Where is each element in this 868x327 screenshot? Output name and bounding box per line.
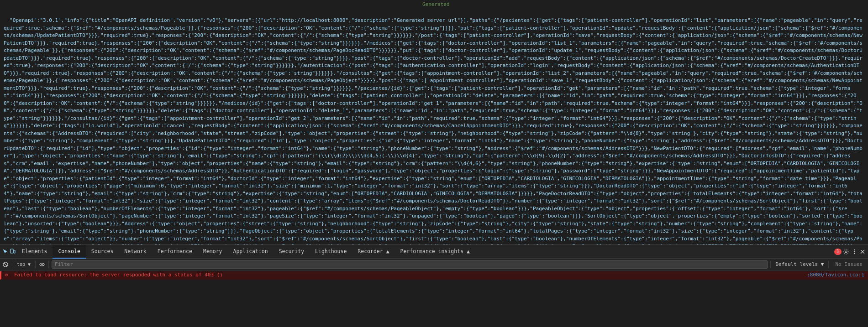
svg-point-3	[854, 249, 855, 250]
tab-network[interactable]: Network	[119, 245, 152, 259]
top-context-icon[interactable]: top ▼	[15, 261, 32, 268]
error-count-badge: 1	[834, 249, 842, 255]
svg-rect-0	[11, 249, 13, 253]
code-output-area: Generated "Openapi":"3.0.1","info":{"tit…	[0, 0, 868, 245]
clear-console-icon[interactable]	[2, 261, 9, 268]
tab-security[interactable]: Security	[274, 245, 310, 259]
tab-memory[interactable]: Memory	[198, 245, 228, 259]
tab-console[interactable]: Console	[53, 245, 85, 259]
tab-lighthouse[interactable]: Lighthouse	[310, 245, 352, 259]
svg-rect-1	[14, 250, 15, 253]
toolbar-divider-1	[12, 261, 12, 268]
default-levels-dropdown[interactable]: Default levels ▼	[773, 260, 826, 268]
error-icon: ⊘	[5, 272, 12, 278]
console-error-text: Failed to load resource: the server resp…	[14, 272, 803, 278]
tab-performance[interactable]: Performance	[152, 245, 198, 259]
toolbar-divider-5	[828, 261, 829, 268]
svg-point-5	[854, 253, 855, 254]
toolbar-divider-4	[770, 261, 771, 268]
console-output: ⊘ Failed to load resource: the server re…	[0, 270, 868, 327]
console-toolbar: top ▼ Default levels ▼ No Issues	[0, 259, 868, 270]
inspect-icon[interactable]	[2, 248, 9, 255]
console-filter-input[interactable]	[52, 260, 768, 269]
tab-sources[interactable]: Sources	[86, 245, 119, 259]
tab-application[interactable]: Application	[228, 245, 274, 259]
console-error-line: ⊘ Failed to load resource: the server re…	[0, 271, 868, 280]
settings-icon[interactable]	[842, 248, 850, 255]
eye-icon[interactable]	[38, 261, 46, 268]
svg-point-2	[845, 251, 847, 253]
tab-bar: Elements Console Sources Network Perform…	[0, 245, 868, 259]
code-content: "Openapi":"3.0.1","info":{"title":"OpenA…	[4, 17, 863, 245]
tab-performance-insights[interactable]: Performance insights ▲	[395, 245, 475, 259]
more-options-icon[interactable]	[851, 248, 858, 255]
tab-elements[interactable]: Elements	[16, 245, 53, 259]
console-error-source[interactable]: :8080/favicon.ico:1	[807, 272, 864, 278]
no-issues-indicator: No Issues	[831, 260, 866, 268]
close-devtools-icon[interactable]	[859, 248, 866, 255]
tab-right-icons: 1	[834, 248, 866, 255]
svg-point-4	[854, 251, 855, 252]
toolbar-divider-2	[35, 261, 36, 268]
tab-recorder[interactable]: Recorder ▲	[352, 245, 395, 259]
svg-point-8	[42, 264, 43, 265]
toolbar-divider-3	[48, 261, 49, 268]
devtools-panel: Elements Console Sources Network Perform…	[0, 245, 868, 327]
device-toggle-icon[interactable]	[9, 248, 16, 255]
generated-label: Generated	[422, 1, 450, 9]
